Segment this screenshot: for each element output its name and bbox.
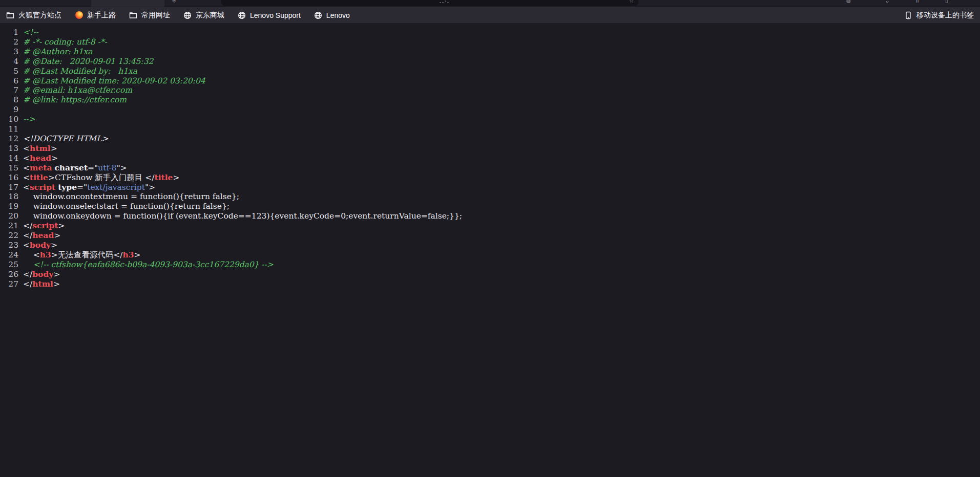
- line-number: 18: [0, 192, 23, 202]
- globe-icon: [183, 11, 192, 19]
- line-number: 2: [0, 37, 23, 47]
- code-token: <: [23, 144, 30, 153]
- active-tab-remnant[interactable]: [91, 0, 164, 7]
- bookmark-label: Lenovo: [326, 11, 350, 19]
- source-line: 27</html>: [0, 279, 980, 289]
- code-token: </: [23, 231, 32, 240]
- line-number: 13: [0, 144, 23, 154]
- code-token: >: [173, 173, 179, 182]
- source-line: 13<html>: [0, 144, 980, 154]
- code-token: h3: [40, 250, 51, 259]
- shield-icon[interactable]: ⛨: [172, 0, 176, 4]
- sidebar-icon[interactable]: ▯: [945, 0, 948, 4]
- source-line: 20 window.onkeydown = function(){if (eve…: [0, 211, 980, 221]
- code-token: # @link: https://ctfer.com: [23, 95, 127, 104]
- line-number: 4: [0, 57, 23, 67]
- code-token: html: [30, 143, 51, 153]
- code-token: ">: [145, 183, 155, 192]
- url-bar[interactable]: [221, 0, 638, 6]
- source-line: 24 <h3>无法查看源代码</h3>: [0, 250, 980, 260]
- code-token: charset: [54, 163, 88, 172]
- bookmark-item-mobile-devices[interactable]: 移动设备上的书签: [904, 11, 974, 20]
- bookmark-label: 火狐官方站点: [18, 11, 61, 20]
- code-token: # @email: h1xa@ctfer.com: [23, 85, 132, 95]
- code-token: window.onkeydown = function(){if (event.…: [23, 211, 462, 221]
- line-code: </script>: [23, 221, 65, 231]
- code-token: # @Author: h1xa: [23, 47, 93, 56]
- bookmark-item-3[interactable]: 常用网址: [129, 11, 170, 20]
- line-number: 27: [0, 279, 23, 289]
- code-token: </: [23, 221, 32, 230]
- code-token: title: [30, 172, 48, 182]
- code-token: head: [32, 230, 54, 240]
- code-token: window.oncontextmenu = function(){return…: [23, 192, 239, 201]
- source-line: 16<title>CTFshow 新手入门题目 </title>: [0, 173, 980, 183]
- line-code: </html>: [23, 279, 60, 289]
- code-token: <: [23, 250, 40, 259]
- line-number: 6: [0, 76, 23, 86]
- bookmark-label: 移动设备上的书签: [916, 11, 974, 20]
- source-line: 25 <!-- ctfshow{eafa686c-b09a-4093-903a-…: [0, 260, 980, 270]
- view-source-content: 1<!--2# -*- coding: utf-8 -*-3# @Author:…: [0, 23, 980, 289]
- code-token: =": [77, 183, 87, 192]
- bookmark-item-1[interactable]: 火狐官方站点: [6, 11, 61, 20]
- code-token: h3: [122, 250, 134, 259]
- line-number: 9: [0, 105, 23, 115]
- code-token: title: [155, 172, 173, 182]
- line-code: window.onselectstart = function(){return…: [23, 202, 230, 211]
- line-code: # @link: https://ctfer.com: [23, 95, 127, 105]
- bookmarks-toolbar: 火狐官方站点新手上路常用网址京东商城Lenovo SupportLenovo 移…: [0, 7, 980, 23]
- bookmark-item-2[interactable]: 新手上路: [75, 11, 116, 20]
- line-number: 15: [0, 163, 23, 173]
- folder-icon: [129, 11, 137, 19]
- line-number: 23: [0, 241, 23, 250]
- code-token: -->: [23, 115, 35, 124]
- code-token: meta: [30, 163, 52, 172]
- source-line: 6# @Last Modified time: 2020-09-02 03:20…: [0, 76, 980, 86]
- code-token: utf-8: [98, 163, 117, 172]
- code-token: head: [30, 153, 51, 163]
- code-token: <: [23, 241, 30, 250]
- firefox-icon: [75, 11, 83, 19]
- line-code: <title>CTFshow 新手入门题目 </title>: [23, 173, 179, 183]
- line-code: <head>: [23, 154, 58, 163]
- source-line: 9: [0, 105, 980, 115]
- globe-icon: [238, 11, 246, 19]
- bookmark-item-4[interactable]: 京东商城: [183, 11, 224, 20]
- line-code: <html>: [23, 144, 57, 154]
- source-line: 2# -*- coding: utf-8 -*-: [0, 37, 980, 47]
- globe-icon: [238, 11, 246, 19]
- code-token: </: [23, 279, 32, 289]
- line-code: <h3>无法查看源代码</h3>: [23, 250, 141, 260]
- bookmark-star-icon[interactable]: ☆: [629, 0, 634, 4]
- code-token: >: [51, 144, 57, 153]
- line-number: 14: [0, 154, 23, 163]
- bookmark-item-6[interactable]: Lenovo: [314, 11, 350, 19]
- line-code: # @email: h1xa@ctfer.com: [23, 85, 132, 95]
- code-token: >: [53, 279, 60, 289]
- extension-icon[interactable]: ◍: [846, 0, 851, 4]
- url-text-fragment: ˬˬ˴ˬ: [440, 0, 450, 3]
- source-line: 14<head>: [0, 154, 980, 163]
- bookmark-label: 常用网址: [141, 11, 170, 20]
- code-token: # @Last Modified by: h1xa: [23, 67, 137, 76]
- bookmark-label: 京东商城: [196, 11, 224, 20]
- source-line: 7# @email: h1xa@ctfer.com: [0, 85, 980, 95]
- source-line: 19 window.onselectstart = function(){ret…: [0, 202, 980, 211]
- line-code: <script type="text/javascript">: [23, 183, 155, 192]
- browser-topbar: ⛨ ˬˬ˴ˬ ☆ ◍ ᴗ ıı ▯: [0, 0, 980, 7]
- source-line: 1<!--: [0, 28, 980, 37]
- code-token: <: [23, 163, 30, 172]
- globe-icon: [183, 11, 192, 19]
- library-icon[interactable]: ıı: [916, 0, 919, 4]
- account-icon[interactable]: ᴗ: [886, 0, 889, 4]
- line-number: 16: [0, 173, 23, 183]
- line-number: 25: [0, 260, 23, 270]
- code-token: >: [134, 250, 141, 259]
- bookmark-item-5[interactable]: Lenovo Support: [238, 11, 301, 19]
- source-line: 18 window.oncontextmenu = function(){ret…: [0, 192, 980, 202]
- code-token: <!DOCTYPE HTML>: [23, 134, 108, 143]
- code-token: >: [51, 154, 58, 163]
- folder-icon: [129, 11, 137, 19]
- line-code: [23, 124, 26, 134]
